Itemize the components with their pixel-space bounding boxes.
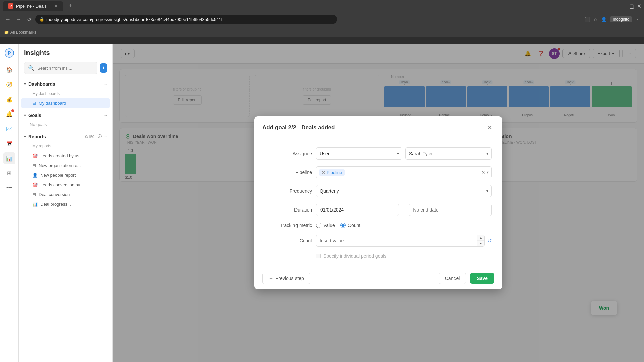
browser-chrome: P Pipeline - Deals ✕ + ─ ▢ ✕ ← → ↺ 🔒 moo… xyxy=(0,0,644,44)
save-label: Save xyxy=(477,276,488,281)
prev-step-label: Previous step xyxy=(275,276,304,281)
assignee-label: Assignee xyxy=(265,151,312,156)
notification-dot xyxy=(11,109,14,112)
dashboards-section-actions: ··· xyxy=(104,82,107,86)
bookmarks-bar: 📁 All Bookmarks xyxy=(0,27,644,37)
report-item-5[interactable]: 📊 Deal progress... xyxy=(21,199,110,209)
insights-nav-icon[interactable]: 📊 xyxy=(3,152,15,164)
specify-period-checkbox[interactable] xyxy=(316,254,321,258)
count-down-button[interactable]: ▼ xyxy=(477,241,484,247)
previous-step-button[interactable]: ← Previous step xyxy=(262,273,310,284)
back-button[interactable]: ← xyxy=(4,15,12,24)
duration-start-input[interactable] xyxy=(316,204,399,216)
my-dashboards-item[interactable]: My dashboards xyxy=(21,89,110,98)
svg-text:P: P xyxy=(8,50,11,56)
duration-row: Duration - xyxy=(265,204,492,216)
reports-section-header[interactable]: ▾ Reports 0/150 ⓘ ··· xyxy=(19,132,112,141)
assignee-controls: User Team ▾ Sarah Tyler ▾ xyxy=(316,147,492,160)
report-item-1[interactable]: ⊞ New organization re... xyxy=(21,161,110,170)
count-reset-button[interactable]: ↺ xyxy=(487,238,492,244)
search-input[interactable] xyxy=(37,66,94,71)
pipeline-input-container[interactable]: ✕ Pipeline ✕ ▾ xyxy=(316,166,492,178)
menu-icon[interactable]: ⋮ xyxy=(635,17,640,22)
cancel-button[interactable]: Cancel xyxy=(439,273,466,284)
count-radio-option[interactable]: Count xyxy=(340,223,360,228)
date-separator: - xyxy=(402,204,406,216)
deals-nav-icon[interactable]: 💰 xyxy=(3,93,15,105)
report-label-2: New people report xyxy=(40,173,76,178)
count-radio-input[interactable] xyxy=(340,223,346,228)
pipeline-dropdown-button[interactable]: ▾ xyxy=(487,170,489,175)
dashboards-section-header[interactable]: ▾ Dashboards ··· xyxy=(19,79,112,89)
value-radio-option[interactable]: Value xyxy=(316,223,335,228)
report-item-0[interactable]: 🎯 Leads created by us... xyxy=(21,151,110,161)
reload-button[interactable]: ↺ xyxy=(25,15,33,24)
report-item-2[interactable]: 👤 New people report xyxy=(21,170,110,180)
report-label-5: Deal progress... xyxy=(40,202,71,207)
assignee-type-wrapper[interactable]: User Team ▾ xyxy=(316,147,402,160)
reports-count: 0/150 xyxy=(85,135,94,139)
search-icon: 🔍 xyxy=(28,65,35,71)
compass-nav-icon[interactable]: 🧭 xyxy=(3,78,15,90)
calendar-nav-icon[interactable]: 📅 xyxy=(3,137,15,149)
close-tab-button[interactable]: ✕ xyxy=(55,4,58,8)
goals-section: ▾ Goals ··· No goals xyxy=(19,111,112,129)
new-tab-button[interactable]: + xyxy=(66,1,75,11)
app-logo[interactable]: P xyxy=(4,48,15,58)
count-radio-label: Count xyxy=(348,223,360,228)
my-reports-item[interactable]: My reports xyxy=(21,141,110,151)
count-input-wrapper: ▲ ▼ xyxy=(316,235,485,247)
report-icon-5: 📊 xyxy=(32,202,38,207)
count-row: Count ▲ ▼ ↺ xyxy=(265,235,492,247)
browser-tab[interactable]: P Pipeline - Deals ✕ xyxy=(3,1,63,11)
assignee-value-wrapper[interactable]: Sarah Tyler ▾ xyxy=(405,147,492,160)
forward-button[interactable]: → xyxy=(15,15,23,24)
count-controls: ▲ ▼ ↺ xyxy=(316,235,492,247)
frequency-wrapper[interactable]: Quarterly Monthly Weekly Annually ▾ xyxy=(316,185,492,197)
duration-end-input[interactable] xyxy=(409,204,492,216)
assignee-row: Assignee User Team ▾ xyxy=(265,147,492,160)
modal-close-button[interactable]: ✕ xyxy=(485,123,494,132)
pipeline-clear-button[interactable]: ✕ xyxy=(481,170,485,175)
assignee-type-select[interactable]: User Team xyxy=(316,147,402,160)
pipeline-tag-x[interactable]: ✕ xyxy=(322,170,325,175)
save-button[interactable]: Save xyxy=(470,273,494,284)
report-label-1: New organization re... xyxy=(39,163,81,168)
frequency-select[interactable]: Quarterly Monthly Weekly Annually xyxy=(316,185,492,197)
home-nav-icon[interactable]: 🏠 xyxy=(3,64,15,76)
report-item-3[interactable]: 🎯 Leads conversion by... xyxy=(21,180,110,190)
bookmarks-label: All Bookmarks xyxy=(10,30,36,35)
incognito-badge: Incognito xyxy=(610,16,632,22)
goals-section-title: Goals xyxy=(28,113,102,118)
modal-title: Add goal 2/2 - Deals added xyxy=(262,124,335,131)
report-item-4[interactable]: ⊞ Deal conversion xyxy=(21,190,110,199)
count-value-input[interactable] xyxy=(316,238,477,243)
add-button[interactable]: + xyxy=(100,63,107,73)
modal-footer: ← Previous step Cancel Save xyxy=(254,267,502,289)
count-up-button[interactable]: ▲ xyxy=(477,235,484,241)
more-nav-icon[interactable]: ••• xyxy=(3,182,15,194)
pipeline-row: Pipeline ✕ Pipeline ✕ ▾ xyxy=(265,166,492,178)
bookmark-icon[interactable]: ☆ xyxy=(593,17,598,22)
browser-toolbar: ← → ↺ 🔒 moodjoy.pipedrive.com/progress/i… xyxy=(0,12,644,27)
main-content: r ▾ 🔔 ❓ ST ↗ Share Export ▾ ··· xyxy=(113,44,644,362)
lock-icon: 🔒 xyxy=(39,17,44,22)
extensions-icon[interactable]: ⬛ xyxy=(584,17,590,22)
table-nav-icon[interactable]: ⊞ xyxy=(3,167,15,179)
maximize-button[interactable]: ▢ xyxy=(629,4,634,8)
window-close-button[interactable]: ✕ xyxy=(637,4,641,8)
notifications-nav-icon[interactable]: 🔔 xyxy=(3,108,15,120)
goals-section-header[interactable]: ▾ Goals ··· xyxy=(19,111,112,120)
dashboard-icon: ⊞ xyxy=(32,101,36,106)
assignee-value-select[interactable]: Sarah Tyler xyxy=(405,147,492,160)
address-bar[interactable]: 🔒 moodjoy.pipedrive.com/progress/insight… xyxy=(35,15,337,24)
my-dashboard-item[interactable]: ⊞ My dashboard xyxy=(21,98,110,108)
value-radio-input[interactable] xyxy=(316,223,321,228)
email-nav-icon[interactable]: ✉️ xyxy=(3,123,15,135)
icon-sidebar: P 🏠 🧭 💰 🔔 ✉️ 📅 📊 ⊞ ••• xyxy=(0,44,19,362)
report-label-4: Deal conversion xyxy=(39,192,70,197)
modal-header: Add goal 2/2 - Deals added ✕ xyxy=(254,116,502,139)
profile-icon[interactable]: 👤 xyxy=(601,17,607,22)
search-box[interactable]: 🔍 xyxy=(24,62,97,74)
minimize-button[interactable]: ─ xyxy=(622,4,627,8)
